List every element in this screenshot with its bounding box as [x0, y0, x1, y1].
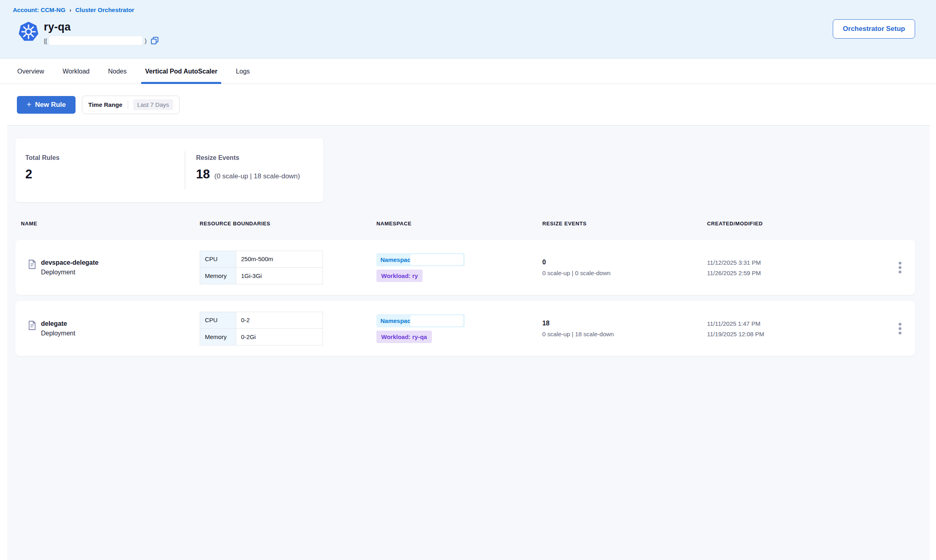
table-row: delegate Deployment CPU 0-2 Memory 0-2Gi…: [15, 301, 915, 356]
summary-card: Total Rules 2 Resize Events 18 (0 scale-…: [15, 138, 323, 202]
document-icon: [28, 260, 36, 269]
workload-badge[interactable]: Workload: ry-qa: [376, 331, 432, 343]
modified-date: 11/26/2025 2:59 PM: [707, 269, 761, 276]
copy-icon[interactable]: [150, 36, 159, 45]
cluster-id-redacted: [49, 36, 143, 45]
table-row: devspace-delegate Deployment CPU 250m-50…: [15, 240, 915, 295]
document-icon: [28, 321, 36, 330]
column-header-created-modified: CREATED/MODIFIED: [707, 221, 763, 227]
resource-boundaries-cell: CPU 250m-500m Memory 1Gi-3Gi: [200, 251, 323, 284]
resize-detail: 0 scale-up | 0 scale-down: [542, 270, 611, 276]
new-rule-button[interactable]: + New Rule: [17, 96, 76, 114]
tab-overview[interactable]: Overview: [17, 59, 44, 84]
column-header-resource-boundaries: RESOURCE BOUNDARIES: [200, 221, 270, 227]
created-date: 11/11/2025 1:47 PM: [707, 320, 764, 327]
resize-events-stat: Resize Events 18 (0 scale-up | 18 scale-…: [196, 154, 300, 182]
created-modified-cell: 11/11/2025 1:47 PM 11/19/2025 12:08 PM: [707, 320, 764, 337]
cluster-id-suffix: ): [145, 37, 147, 44]
total-rules-value: 2: [25, 167, 32, 182]
cluster-id-prefix: |[: [44, 37, 47, 44]
resize-count: 0: [542, 259, 611, 266]
namespace-redacted: [410, 254, 463, 265]
resize-events-cell: 0 0 scale-up | 0 scale-down: [542, 259, 611, 276]
created-date: 11/12/2025 3:31 PM: [707, 259, 761, 266]
memory-value: 1Gi-3Gi: [236, 268, 323, 284]
orchestrator-setup-button[interactable]: Orchestrator Setup: [833, 19, 915, 39]
resource-boundaries-cell: CPU 0-2 Memory 0-2Gi: [200, 312, 323, 345]
breadcrumb: Account: CCM-NG › Cluster Orchestrator: [13, 6, 134, 13]
cpu-value: 250m-500m: [236, 251, 323, 268]
total-rules-label: Total Rules: [25, 154, 59, 161]
row-actions-menu-icon[interactable]: [897, 321, 903, 336]
column-header-resize-events: RESIZE EVENTS: [542, 221, 587, 227]
resize-events-detail: (0 scale-up | 18 scale-down): [214, 172, 300, 180]
column-header-namespace: NAMESPACE: [376, 221, 412, 227]
time-range-divider: [128, 100, 128, 109]
rule-kind: Deployment: [41, 330, 75, 337]
namespace-cell: Namespace: l Workload: ry-qa: [376, 314, 465, 343]
workload-badge[interactable]: Workload: ry: [376, 270, 423, 282]
column-header-name: NAME: [21, 221, 37, 227]
cluster-title-row: ry-qa |[ ): [18, 21, 159, 45]
cluster-id-row: |[ ): [44, 36, 159, 45]
memory-label: Memory: [200, 329, 236, 345]
breadcrumb-account-link[interactable]: Account: CCM-NG: [13, 6, 65, 13]
content-panel: Total Rules 2 Resize Events 18 (0 scale-…: [7, 125, 930, 560]
time-range-selector[interactable]: Time Range Last 7 Days: [82, 96, 180, 114]
resize-count: 18: [542, 320, 614, 327]
rule-name-cell: delegate Deployment: [28, 320, 75, 337]
tab-vertical-pod-autoscaler[interactable]: Vertical Pod AutoScaler: [145, 59, 217, 84]
resize-events-cell: 18 0 scale-up | 18 scale-down: [542, 320, 614, 337]
summary-divider: [185, 151, 185, 189]
tab-nodes[interactable]: Nodes: [108, 59, 127, 84]
plus-icon: +: [27, 100, 31, 108]
total-rules-stat: Total Rules 2: [25, 154, 59, 182]
page-title: ry-qa: [44, 21, 159, 33]
kubernetes-icon: [18, 21, 39, 43]
resize-detail: 0 scale-up | 18 scale-down: [542, 331, 614, 337]
namespace-cell: Namespace: l Workload: ry: [376, 253, 465, 282]
time-range-value: Last 7 Days: [133, 99, 173, 110]
tab-workload[interactable]: Workload: [63, 59, 90, 84]
time-range-label: Time Range: [88, 101, 123, 108]
rule-name-cell: devspace-delegate Deployment: [28, 259, 98, 276]
cpu-label: CPU: [200, 251, 236, 268]
tab-bar: Overview Workload Nodes Vertical Pod Aut…: [0, 59, 936, 84]
table-header: NAME RESOURCE BOUNDARIES NAMESPACE RESIZ…: [15, 221, 915, 229]
namespace-badge[interactable]: Namespace: l: [376, 253, 465, 266]
memory-value: 0-2Gi: [236, 329, 323, 345]
new-rule-label: New Rule: [35, 101, 66, 109]
row-actions-menu-icon[interactable]: [897, 260, 903, 275]
rule-name[interactable]: delegate: [41, 320, 75, 327]
breadcrumb-separator-icon: ›: [69, 7, 72, 13]
cpu-label: CPU: [200, 312, 236, 329]
resize-events-label: Resize Events: [196, 154, 300, 161]
rule-name[interactable]: devspace-delegate: [41, 259, 98, 266]
rule-kind: Deployment: [41, 269, 98, 276]
breadcrumb-cluster-orchestrator-link[interactable]: Cluster Orchestrator: [76, 6, 135, 13]
cluster-header: Account: CCM-NG › Cluster Orchestrator r…: [0, 0, 936, 59]
namespace-redacted: [410, 315, 463, 326]
toolbar: + New Rule Time Range Last 7 Days: [0, 84, 936, 125]
memory-label: Memory: [200, 268, 236, 284]
created-modified-cell: 11/12/2025 3:31 PM 11/26/2025 2:59 PM: [707, 259, 761, 276]
modified-date: 11/19/2025 12:08 PM: [707, 330, 764, 337]
namespace-badge[interactable]: Namespace: l: [376, 314, 465, 327]
cpu-value: 0-2: [236, 312, 323, 329]
resize-events-value: 18: [196, 167, 210, 182]
tab-logs[interactable]: Logs: [236, 59, 250, 84]
